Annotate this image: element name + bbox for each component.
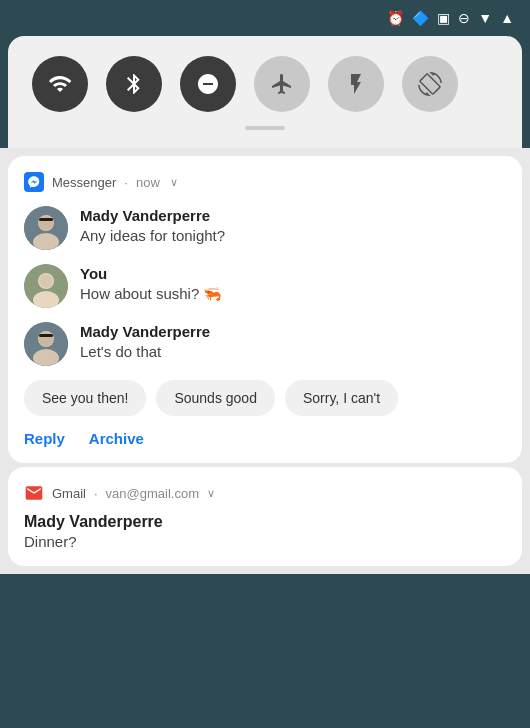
bluetooth-toggle[interactable] xyxy=(106,56,162,112)
flashlight-toggle[interactable] xyxy=(328,56,384,112)
bluetooth-status-icon: 🔷 xyxy=(412,10,429,26)
signal-icon: ▲ xyxy=(500,10,514,26)
dnd-status-icon: ⊖ xyxy=(458,10,470,26)
avatar-mady-2 xyxy=(24,322,68,366)
message-row-1: Mady Vanderperre Any ideas for tonight? xyxy=(24,206,506,250)
smart-reply-2[interactable]: Sounds good xyxy=(156,380,275,416)
messenger-app-icon xyxy=(24,172,44,192)
gmail-app-name: Gmail xyxy=(52,486,86,501)
message-content-3: Mady Vanderperre Let's do that xyxy=(80,322,210,361)
message-content-2: You How about sushi? 🦐 xyxy=(80,264,222,303)
smart-replies: See you then! Sounds good Sorry, I can't xyxy=(24,380,506,416)
message-text-2: How about sushi? 🦐 xyxy=(80,284,222,304)
svg-rect-4 xyxy=(39,218,53,221)
message-row-3: Mady Vanderperre Let's do that xyxy=(24,322,506,366)
avatar-you xyxy=(24,264,68,308)
quick-settings-panel xyxy=(8,36,522,148)
messenger-expand-icon[interactable]: ∨ xyxy=(170,176,178,189)
avatar-mady-1 xyxy=(24,206,68,250)
dnd-toggle[interactable] xyxy=(180,56,236,112)
smart-reply-3[interactable]: Sorry, I can't xyxy=(285,380,398,416)
gmail-notif-header: Gmail · van@gmail.com ∨ xyxy=(24,483,506,503)
svg-rect-13 xyxy=(39,334,53,337)
panel-handle xyxy=(245,126,285,130)
wifi-toggle[interactable] xyxy=(32,56,88,112)
wifi-status-icon: ▼ xyxy=(478,10,492,26)
cast-icon: ▣ xyxy=(437,10,450,26)
sender-name-1: Mady Vanderperre xyxy=(80,206,225,226)
message-row-2: You How about sushi? 🦐 xyxy=(24,264,506,308)
messenger-actions: Reply Archive xyxy=(24,430,506,447)
archive-button[interactable]: Archive xyxy=(89,430,144,447)
message-text-1: Any ideas for tonight? xyxy=(80,226,225,246)
airplane-toggle[interactable] xyxy=(254,56,310,112)
sender-name-3: Mady Vanderperre xyxy=(80,322,210,342)
reply-button[interactable]: Reply xyxy=(24,430,65,447)
messenger-timestamp: now xyxy=(136,175,160,190)
gmail-email: van@gmail.com xyxy=(106,486,199,501)
notifications-area: Messenger · now ∨ Mady Vanderperre Any i… xyxy=(0,148,530,574)
svg-point-8 xyxy=(39,274,53,288)
messenger-notification: Messenger · now ∨ Mady Vanderperre Any i… xyxy=(8,156,522,463)
messenger-app-name: Messenger xyxy=(52,175,116,190)
alarm-icon: ⏰ xyxy=(387,10,404,26)
quick-settings-buttons xyxy=(32,56,498,112)
gmail-expand-icon[interactable]: ∨ xyxy=(207,487,215,500)
message-content-1: Mady Vanderperre Any ideas for tonight? xyxy=(80,206,225,245)
status-bar: ⏰ 🔷 ▣ ⊖ ▼ ▲ xyxy=(0,0,530,36)
gmail-account: · xyxy=(94,486,98,501)
message-text-3: Let's do that xyxy=(80,342,210,362)
smart-reply-1[interactable]: See you then! xyxy=(24,380,146,416)
messenger-notif-header: Messenger · now ∨ xyxy=(24,172,506,192)
gmail-notification: Gmail · van@gmail.com ∨ Mady Vanderperre… xyxy=(8,467,522,566)
gmail-subject: Dinner? xyxy=(24,533,506,550)
sender-name-2: You xyxy=(80,264,222,284)
messenger-time: · xyxy=(124,175,128,190)
gmail-sender: Mady Vanderperre xyxy=(24,513,506,531)
gmail-app-icon xyxy=(24,483,44,503)
rotate-toggle[interactable] xyxy=(402,56,458,112)
